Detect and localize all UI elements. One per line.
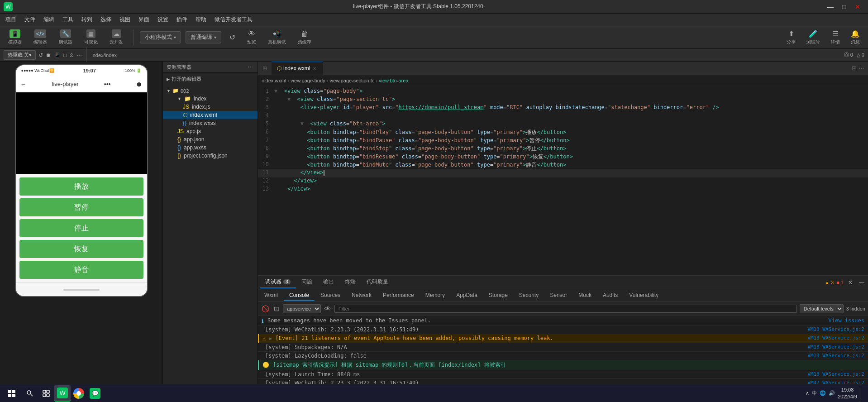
subtab-security[interactable]: Security: [514, 290, 544, 301]
show-desktop-btn[interactable]: [860, 385, 863, 402]
bc-view-page-body[interactable]: view.page-body: [291, 78, 325, 83]
menu-select[interactable]: 选择: [97, 15, 115, 24]
sim-camera-icon[interactable]: ⏺: [136, 81, 142, 88]
msg4-source[interactable]: VM18 WAService.js:2: [807, 344, 864, 350]
hotreload-btn[interactable]: 热重载 关▾: [4, 50, 36, 60]
menu-help[interactable]: 帮助: [192, 15, 210, 24]
console-clear-icon[interactable]: 🚫: [261, 304, 270, 313]
start-button[interactable]: [2, 384, 22, 402]
subtab-mock[interactable]: Mock: [573, 290, 597, 301]
log-level-select[interactable]: Default levels: [800, 304, 844, 313]
subtab-storage[interactable]: Storage: [483, 290, 513, 301]
tb2-refresh-icon[interactable]: ↺: [38, 52, 43, 58]
sim-btn-play[interactable]: 播放: [19, 177, 143, 196]
taskview-button[interactable]: [38, 385, 54, 402]
more-editor-icon[interactable]: ⋯: [858, 65, 864, 72]
subtab-sensor[interactable]: Sensor: [544, 290, 572, 301]
test-btn[interactable]: 🧪 测试号: [803, 28, 824, 47]
refresh-btn[interactable]: ↺: [226, 31, 239, 43]
warning-source[interactable]: VM18 WAService.js:2: [807, 335, 864, 341]
sim-btn-pause[interactable]: 暂停: [19, 198, 143, 216]
network-icon[interactable]: 🌐: [820, 390, 826, 396]
clean-btn[interactable]: 🗑 清缓存: [294, 28, 315, 47]
tb2-phone-icon[interactable]: 📱: [54, 52, 61, 58]
tb2-target-icon[interactable]: ⊙: [69, 52, 74, 58]
simulator-btn[interactable]: 📱 模拟器: [5, 28, 25, 47]
code-editor[interactable]: 1 ▼ <view class="page-body"> 2 ▼ <view c…: [258, 86, 868, 275]
taskbar-clock[interactable]: 19:08 2022/4/9: [838, 387, 857, 400]
debug-min-btn[interactable]: —: [857, 279, 866, 286]
sim-btn-stop[interactable]: 停止: [19, 219, 143, 237]
debug-tab-output[interactable]: 输出: [318, 276, 339, 288]
menu-project[interactable]: 项目: [2, 15, 20, 24]
debug-tab-quality[interactable]: 代码质量: [361, 276, 394, 288]
debug-tab-issues[interactable]: 问题: [296, 276, 318, 288]
console-filter-icon[interactable]: ⊡: [273, 304, 280, 313]
tab-index-wxml[interactable]: ⬡ index.wxml ✕: [272, 62, 323, 75]
split-editor-icon[interactable]: ⊞: [852, 65, 857, 72]
file-index-js[interactable]: JS index.js: [163, 103, 258, 111]
open-editors-section[interactable]: ▶ 打开的编辑器: [163, 75, 258, 83]
menu-view[interactable]: 视图: [116, 15, 134, 24]
menu-goto[interactable]: 转到: [78, 15, 96, 24]
mode-dropdown[interactable]: 小程序模式 ▾: [140, 31, 181, 43]
debug-close-btn[interactable]: ✕: [846, 279, 854, 286]
compile-dropdown[interactable]: 普通编译 ▾: [186, 31, 221, 43]
editor-btn[interactable]: </> 编辑器: [30, 28, 51, 47]
msg7-source[interactable]: VM18 WAService.js:2: [807, 371, 864, 377]
wechat-taskbar-icon[interactable]: 💬: [87, 385, 103, 402]
subtab-performance[interactable]: Performance: [377, 290, 420, 301]
tb2-more-icon[interactable]: ⋯: [76, 52, 82, 58]
bc-view-btn-area[interactable]: view.btn-area: [379, 78, 408, 83]
subtab-wxml[interactable]: Wxml: [259, 290, 283, 301]
sim-back-icon[interactable]: ←: [20, 81, 27, 88]
menu-devtools[interactable]: 微信开发者工具: [211, 15, 256, 24]
debug-tab-debugger[interactable]: 调试器 3: [260, 276, 296, 288]
folder-index[interactable]: ▼ 📁 index: [163, 95, 258, 103]
share-btn[interactable]: ⬆ 分享: [783, 28, 799, 47]
sim-btn-mute[interactable]: 静音: [19, 261, 143, 279]
service-filter-select[interactable]: appservice: [283, 304, 321, 313]
console-filter-input[interactable]: [334, 305, 797, 313]
sim-btn-resume[interactable]: 恢复: [19, 240, 143, 258]
menu-tools[interactable]: 工具: [59, 15, 77, 24]
menu-file[interactable]: 文件: [21, 15, 39, 24]
subtab-console[interactable]: Console: [284, 290, 315, 301]
file-app-json[interactable]: {} app.json: [163, 135, 258, 144]
subtab-audits[interactable]: Audits: [597, 290, 623, 301]
visual-btn[interactable]: ▦ 可视化: [81, 28, 101, 47]
subtab-sources[interactable]: Sources: [315, 290, 346, 301]
search-button[interactable]: [22, 385, 38, 402]
sim-more-icon[interactable]: •••: [104, 81, 111, 88]
file-app-wxss[interactable]: {} app.wxss: [163, 144, 258, 152]
debug-tab-terminal[interactable]: 终端: [339, 276, 361, 288]
folder-002[interactable]: ▼ 📁 002: [163, 87, 258, 95]
menu-plugins[interactable]: 插件: [173, 15, 191, 24]
close-button[interactable]: ✕: [851, 0, 864, 14]
subtab-vulnerability[interactable]: Vulnerability: [624, 290, 664, 301]
console-search-icon[interactable]: 👁: [324, 304, 332, 313]
view-issues-link[interactable]: View issues: [829, 317, 864, 324]
msg2-source[interactable]: VM18 WAService.js:2: [807, 326, 864, 332]
filetree-more-icon[interactable]: ⋯: [248, 63, 254, 71]
msg5-source[interactable]: VM18 WAService.js:2: [807, 353, 864, 359]
maximize-button[interactable]: □: [837, 0, 851, 14]
file-project-config[interactable]: {} project.config.json: [163, 152, 258, 160]
preview-btn[interactable]: 👁 预览: [243, 28, 260, 47]
devtools-taskbar-icon[interactable]: W: [54, 385, 71, 402]
upload-btn[interactable]: 📲 真机调试: [264, 28, 290, 47]
bc-file[interactable]: index.wxml: [262, 78, 286, 83]
menu-edit[interactable]: 编辑: [40, 15, 58, 24]
ime-icon[interactable]: 中: [812, 390, 817, 397]
file-index-wxml[interactable]: ⬡ index.wxml: [163, 111, 258, 119]
systray-up-icon[interactable]: ∧: [806, 390, 809, 396]
menu-interface[interactable]: 界面: [135, 15, 153, 24]
detail-btn[interactable]: ☰ 详情: [827, 28, 844, 47]
file-index-wxss[interactable]: {} index.wxss: [163, 119, 258, 127]
bc-view-page-section[interactable]: view.page-section.tc: [329, 78, 374, 83]
menu-settings[interactable]: 设置: [154, 15, 172, 24]
debugger-btn[interactable]: 🔧 调试器: [55, 28, 76, 47]
subtab-appdata[interactable]: AppData: [451, 290, 483, 301]
tb2-record-icon[interactable]: ⏺: [46, 52, 51, 58]
tb2-square-icon[interactable]: □: [63, 52, 67, 58]
